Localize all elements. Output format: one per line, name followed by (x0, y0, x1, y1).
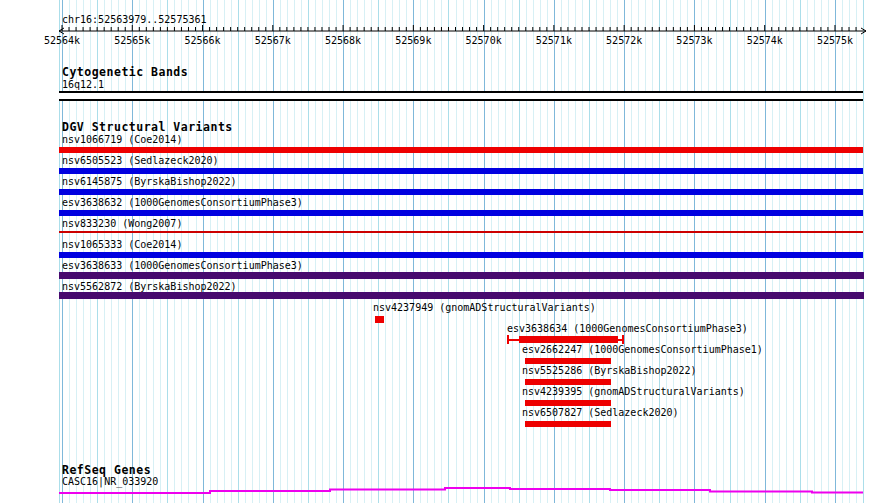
variant-label[interactable]: esv2662247 (1000GenomesConsortiumPhase1) (522, 344, 763, 356)
gene-intron-line[interactable] (59, 488, 863, 493)
genome-browser-view: chr16:52563979..52575361 52564k52565k525… (0, 0, 890, 503)
variant-label[interactable]: nsv4239395 (gnomADStructuralVariants) (522, 386, 745, 398)
cytoband-label[interactable]: 16q12.1 (62, 79, 104, 91)
variant-label[interactable]: nsv6507827 (Sedlazeck2020) (522, 407, 679, 419)
variant-label[interactable]: nsv4237949 (gnomADStructuralVariants) (373, 302, 596, 314)
refseq-gene-label[interactable]: CASC16|NR_033920 (62, 476, 158, 488)
ruler-tick-label: 52570k (466, 35, 502, 47)
variant-label[interactable]: nsv6505523 (Sedlazeck2020) (62, 155, 219, 167)
variant-label[interactable]: nsv5562872 (ByrskaBishop2022) (62, 281, 237, 293)
ruler-tick-label: 52571k (536, 35, 572, 47)
cytogenetic-bands-title: Cytogenetic Bands (62, 66, 188, 79)
variant-label[interactable]: nsv1065333 (Coe2014) (62, 239, 182, 251)
ruler-tick-label: 52564k (44, 35, 80, 47)
variant-label[interactable]: nsv6145875 (ByrskaBishop2022) (62, 176, 237, 188)
ruler-tick-label: 52569k (395, 35, 431, 47)
variant-label[interactable]: esv3638632 (1000GenomesConsortiumPhase3) (62, 197, 303, 209)
ruler-tick-label: 52573k (676, 35, 712, 47)
ruler-tick-label: 52565k (114, 35, 150, 47)
ruler-tick-label: 52568k (325, 35, 361, 47)
variant-label[interactable]: esv3638633 (1000GenomesConsortiumPhase3) (62, 260, 303, 272)
ruler-tick-label: 52566k (184, 35, 220, 47)
ruler-tick-label: 52575k (817, 35, 853, 47)
ruler-tick-label: 52567k (255, 35, 291, 47)
variant-label[interactable]: esv3638634 (1000GenomesConsortiumPhase3) (507, 323, 748, 335)
ruler-tick-label: 52574k (747, 35, 783, 47)
variant-label[interactable]: nsv5525286 (ByrskaBishop2022) (522, 365, 697, 377)
ruler-tick-label: 52572k (606, 35, 642, 47)
variant-label[interactable]: nsv1066719 (Coe2014) (62, 134, 182, 146)
dgv-structural-variants-title: DGV Structural Variants (62, 121, 233, 134)
variant-label[interactable]: nsv833230 (Wong2007) (62, 218, 182, 230)
